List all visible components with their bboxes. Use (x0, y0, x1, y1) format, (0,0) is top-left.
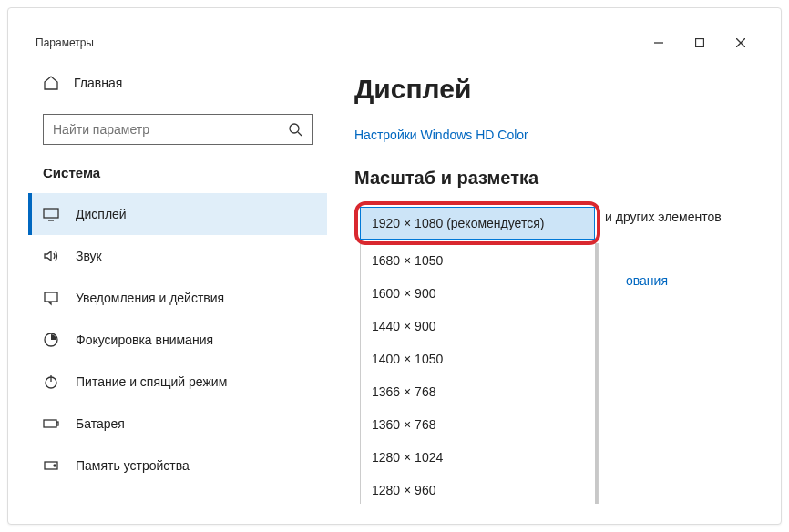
svg-point-4 (290, 124, 299, 133)
resolution-option[interactable]: 1680 × 1050 (361, 244, 598, 277)
minimize-button[interactable] (638, 28, 679, 57)
svg-line-5 (298, 132, 302, 136)
titlebar: Параметры (28, 28, 761, 57)
battery-icon (43, 415, 59, 432)
sound-icon (43, 248, 59, 264)
scale-text-fragment: и других элементов (605, 210, 722, 224)
search-icon (288, 122, 302, 137)
home-link[interactable]: Главная (28, 65, 327, 101)
home-label: Главная (74, 76, 122, 90)
resolution-option[interactable]: 1600 × 900 (361, 277, 598, 310)
window-title: Параметры (36, 36, 94, 49)
nav-item-display[interactable]: Дисплей (28, 193, 327, 235)
resolution-option-selected[interactable]: 1920 × 1080 (рекомендуется) (360, 207, 595, 240)
advanced-link-fragment[interactable]: ования (626, 273, 668, 288)
page-title: Дисплей (354, 74, 743, 105)
svg-rect-12 (44, 420, 56, 427)
resolution-option[interactable]: 1280 × 960 (361, 474, 598, 504)
hd-color-link[interactable]: Настройки Windows HD Color (354, 128, 528, 142)
storage-icon (43, 457, 59, 474)
svg-rect-6 (44, 209, 58, 218)
search-wrap (28, 114, 327, 145)
resolution-option[interactable]: 1400 × 1050 (361, 343, 598, 375)
power-icon (43, 373, 59, 390)
svg-rect-1 (695, 39, 703, 47)
nav-item-battery[interactable]: Батарея (28, 403, 327, 445)
nav-label: Уведомления и действия (76, 291, 224, 305)
nav-label: Память устройства (76, 458, 190, 473)
outer-frame: Параметры Главная Система Ди (7, 7, 782, 525)
resolution-option[interactable]: 1366 × 768 (361, 375, 598, 408)
display-icon (43, 206, 59, 222)
nav-item-sound[interactable]: Звук (28, 235, 327, 277)
nav-item-power[interactable]: Питание и спящий режим (28, 361, 327, 403)
sidebar: Главная Система Дисплей Звук (28, 57, 327, 504)
nav-label: Питание и спящий режим (76, 374, 227, 389)
resolution-option[interactable]: 1280 × 1024 (361, 441, 598, 474)
window-controls (638, 28, 761, 57)
main-panel: Дисплей Настройки Windows HD Color Масшт… (327, 57, 761, 504)
window-body: Главная Система Дисплей Звук (28, 57, 761, 504)
resolution-option[interactable]: 1440 × 900 (361, 310, 598, 343)
resolution-option[interactable]: 1360 × 768 (361, 408, 598, 441)
svg-rect-8 (45, 292, 57, 302)
resolution-listbox[interactable]: 1680 × 1050 1600 × 900 1440 × 900 1400 ×… (360, 243, 599, 504)
svg-rect-13 (56, 422, 58, 425)
focus-icon (43, 332, 59, 348)
notifications-icon (43, 290, 59, 306)
close-button[interactable] (720, 28, 761, 57)
svg-point-15 (54, 465, 56, 466)
home-icon (43, 75, 59, 91)
nav-item-storage[interactable]: Память устройства (28, 445, 327, 486)
section-heading: Масштаб и разметка (354, 168, 743, 189)
highlight-annotation: 1920 × 1080 (рекомендуется) (354, 201, 600, 245)
nav-label: Дисплей (76, 207, 127, 221)
nav-label: Фокусировка внимания (76, 332, 213, 347)
search-box[interactable] (43, 114, 313, 145)
search-input[interactable] (53, 122, 288, 137)
maximize-button[interactable] (679, 28, 720, 57)
category-title: Система (28, 165, 327, 180)
nav-label: Звук (76, 249, 102, 263)
nav-item-focus[interactable]: Фокусировка внимания (28, 319, 327, 361)
nav-label: Батарея (76, 416, 125, 431)
nav-item-notifications[interactable]: Уведомления и действия (28, 277, 327, 319)
nav-list: Дисплей Звук Уведомления и действия Фоку… (28, 193, 327, 504)
settings-window: Параметры Главная Система Ди (28, 28, 761, 504)
resolution-dropdown: 1920 × 1080 (рекомендуется) 1680 × 1050 … (354, 201, 600, 504)
